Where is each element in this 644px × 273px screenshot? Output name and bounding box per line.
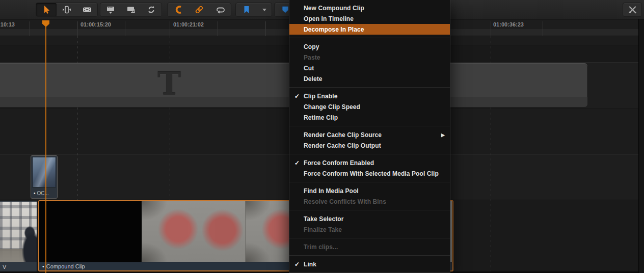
menu-item-label: Render Cache Clip Source <box>304 131 441 139</box>
menu-item-label: Clip Enable <box>304 93 450 100</box>
timecode-label: 01:00:36:23 <box>493 21 524 28</box>
menu-item-find-in-media-pool[interactable]: Find In Media Pool <box>289 185 450 196</box>
menu-separator <box>289 38 450 38</box>
menu-item-label: Open In Timeline <box>304 15 450 22</box>
photo-clip-thumbnail <box>0 202 37 262</box>
menu-item-label: Paste <box>304 54 450 61</box>
timecode-label: 01:00:21:02 <box>173 21 204 28</box>
overwrite-clip-icon <box>126 5 136 15</box>
replace-clip-button[interactable] <box>141 3 162 16</box>
menu-item-label: Delete <box>304 75 450 83</box>
menu-item-clip-enable[interactable]: ✓Clip Enable <box>289 91 450 101</box>
clip-context-menu: New Compound ClipOpen In TimelineDecompo… <box>289 0 450 273</box>
snapping-magnet-icon <box>173 5 183 15</box>
photo-clip-label: V <box>0 262 37 271</box>
tool-mode-group <box>36 3 98 17</box>
menu-item-label: Finalize Take <box>304 226 450 233</box>
marker-flag-icon <box>242 5 252 15</box>
menu-item-force-conform-with-selected-media-pool-clip[interactable]: Force Conform With Selected Media Pool C… <box>289 168 450 179</box>
replace-clip-icon <box>146 5 156 15</box>
ruler-tick <box>265 21 266 30</box>
menu-separator <box>289 154 450 154</box>
menu-item-open-in-timeline[interactable]: Open In Timeline <box>289 13 450 24</box>
selection-tool-button[interactable] <box>36 3 57 16</box>
menu-item-force-conform-enabled[interactable]: ✓Force Conform Enabled <box>289 157 450 168</box>
snapping-button[interactable] <box>168 3 189 16</box>
menu-item-label: Force Conform Enabled <box>304 159 450 167</box>
ruler-tick <box>77 21 78 30</box>
insert-clip-button[interactable] <box>100 3 121 16</box>
menu-item-label: Copy <box>304 43 450 50</box>
razor-tool-button[interactable] <box>77 3 97 16</box>
menu-separator <box>289 255 450 256</box>
menu-item-label: Retime Clip <box>304 114 450 121</box>
menu-item-label: Find In Media Pool <box>304 187 450 195</box>
video-clip-thumbnail <box>32 157 56 187</box>
menu-separator <box>289 126 450 126</box>
menu-separator <box>289 87 450 88</box>
ruler-tick <box>491 21 491 30</box>
menu-item-render-cache-clip-source[interactable]: Render Cache Clip Source▶ <box>289 129 450 140</box>
menu-separator <box>289 238 450 238</box>
menu-item-label: Trim clips... <box>304 243 450 251</box>
loop-icon <box>215 5 225 15</box>
menu-item-resolve-conflicts-with-bins: Resolve Conflicts With Bins <box>289 196 450 207</box>
menu-item-label: Render Cache Clip Output <box>304 142 450 149</box>
menu-item-label: Link <box>304 261 450 268</box>
checkmark-icon: ✓ <box>294 261 304 268</box>
ruler-tick <box>543 21 543 30</box>
position-lock-button[interactable] <box>210 3 231 16</box>
selection-tool-icon <box>41 5 51 15</box>
insert-clip-icon <box>105 5 116 15</box>
video-clip-oc[interactable]: • OC... <box>31 155 58 199</box>
overwrite-clip-button[interactable] <box>121 3 141 16</box>
trim-edit-mode-button[interactable] <box>57 3 77 16</box>
ruler-tick <box>125 21 125 30</box>
clip-bullet-icon: • <box>42 263 44 269</box>
ruler-tick <box>218 21 218 30</box>
menu-item-new-compound-clip[interactable]: New Compound Clip <box>289 3 450 13</box>
timeline-tools-group <box>623 3 642 17</box>
ruler-tick <box>170 21 170 30</box>
link-clips-icon <box>194 5 204 15</box>
timecode-label: 0:10:13 <box>0 21 15 28</box>
clip-bullet-icon: • <box>34 190 36 196</box>
compound-thumb-frame <box>142 201 245 262</box>
add-marker-button[interactable] <box>236 3 258 16</box>
menu-item-label: Take Selector <box>304 215 450 223</box>
ruler-tick <box>30 21 30 30</box>
menu-item-finalize-take: Finalize Take <box>289 224 450 235</box>
menu-item-paste: Paste <box>289 52 450 63</box>
marker-dropdown-button[interactable] <box>258 3 272 16</box>
menu-item-cut[interactable]: Cut <box>289 63 450 73</box>
menu-item-delete[interactable]: Delete <box>289 73 450 84</box>
menu-item-label: Force Conform With Selected Media Pool C… <box>304 170 450 177</box>
photo-clip[interactable]: V <box>0 201 37 271</box>
menu-item-change-clip-speed[interactable]: Change Clip Speed <box>289 101 450 112</box>
menu-separator <box>289 182 450 182</box>
submenu-arrow-icon: ▶ <box>441 132 445 138</box>
menu-item-take-selector[interactable]: Take Selector <box>289 213 450 224</box>
checkmark-icon: ✓ <box>294 93 304 100</box>
title-clip-text-icon: T <box>153 65 185 102</box>
menu-item-label: Decompose In Place <box>304 26 450 33</box>
trim-edit-icon <box>62 5 72 15</box>
menu-item-label: Cut <box>304 65 450 72</box>
menu-item-copy[interactable]: Copy <box>289 41 450 52</box>
razor-icon <box>82 5 92 15</box>
menu-separator <box>289 210 450 210</box>
menu-item-label: New Compound Clip <box>304 5 450 12</box>
timeline-tools-button[interactable] <box>623 3 641 16</box>
menu-item-render-cache-clip-output[interactable]: Render Cache Clip Output <box>289 140 450 151</box>
edit-actions-group <box>100 3 162 17</box>
video-clip-label: • OC... <box>31 188 57 198</box>
menu-item-trim-clips: Trim clips... <box>289 241 450 252</box>
menu-item-link[interactable]: ✓Link <box>289 259 450 269</box>
menu-item-label: Resolve Conflicts With Bins <box>304 198 450 205</box>
menu-item-decompose-in-place[interactable]: Decompose In Place <box>289 24 450 35</box>
menu-item-retime-clip[interactable]: Retime Clip <box>289 112 450 123</box>
linked-selection-button[interactable] <box>189 3 209 16</box>
timeline-screen: 0:10:1301:00:15:2001:00:21:0201:00:36:23… <box>0 0 644 273</box>
marker-group <box>235 3 272 17</box>
menu-item-label: Change Clip Speed <box>304 103 450 111</box>
